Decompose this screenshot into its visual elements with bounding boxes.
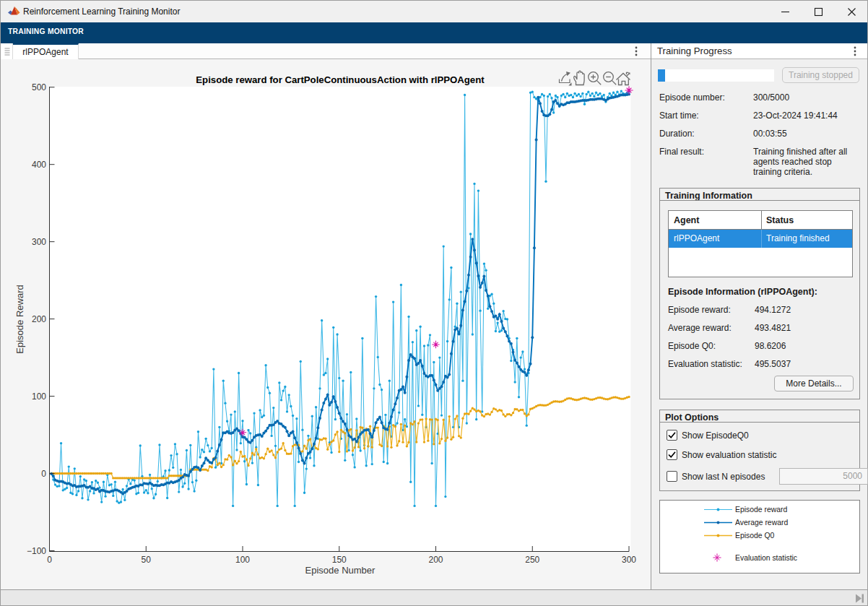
svg-text:0: 0 xyxy=(47,555,52,565)
svg-text:0: 0 xyxy=(41,469,46,479)
svg-text:150: 150 xyxy=(332,555,347,565)
svg-text:200: 200 xyxy=(428,555,443,565)
svg-text:100: 100 xyxy=(235,555,250,565)
svg-text:Episode Reward: Episode Reward xyxy=(14,285,25,353)
svg-text:−100: −100 xyxy=(27,546,46,556)
svg-text:Average reward: Average reward xyxy=(735,519,788,527)
svg-text:Episode reward: Episode reward xyxy=(735,506,787,514)
svg-text:100: 100 xyxy=(32,391,46,402)
svg-text:Episode Q0: Episode Q0 xyxy=(735,532,775,540)
svg-text:Episode reward for CartPoleCon: Episode reward for CartPoleContinuousAct… xyxy=(196,74,485,85)
svg-text:500: 500 xyxy=(32,82,46,92)
svg-text:50: 50 xyxy=(142,555,152,565)
svg-text:300: 300 xyxy=(622,555,636,565)
svg-text:Evaluation statistic: Evaluation statistic xyxy=(735,554,797,562)
svg-text:400: 400 xyxy=(32,160,46,170)
svg-text:250: 250 xyxy=(525,555,539,565)
svg-text:200: 200 xyxy=(32,314,46,324)
svg-text:300: 300 xyxy=(32,237,46,247)
svg-text:Episode Number: Episode Number xyxy=(305,565,376,576)
